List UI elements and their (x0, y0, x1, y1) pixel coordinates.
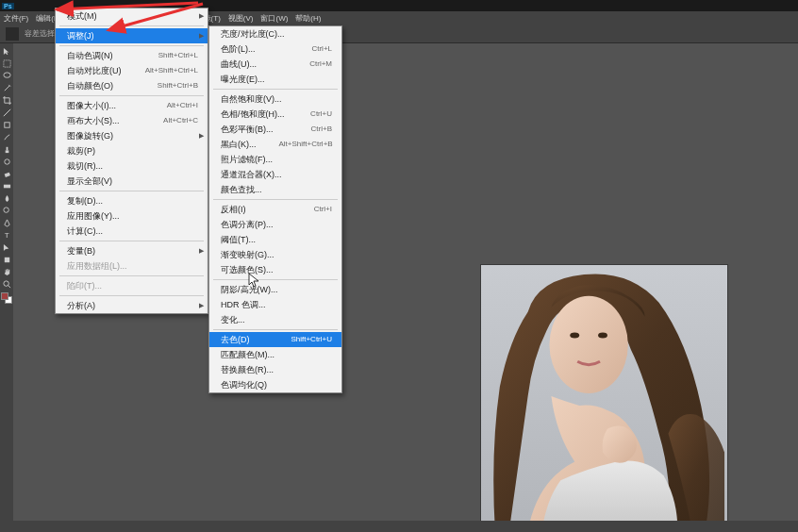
menuitem-复制(D)...[interactable]: 复制(D)... (56, 193, 208, 208)
menuitem-自动颜色(O)[interactable]: 自动颜色(O)Shift+Ctrl+B (56, 78, 208, 93)
adjustments-submenu-dropdown[interactable]: 亮度/对比度(C)...色阶(L)...Ctrl+L曲线(U)...Ctrl+M… (208, 25, 342, 393)
menuitem-色调均化(Q)[interactable]: 色调均化(Q) (209, 377, 341, 392)
separator (59, 241, 204, 241)
color-swatch[interactable] (1, 292, 12, 304)
menuitem-分析(A)[interactable]: 分析(A) (56, 298, 208, 313)
menuitem-变化...[interactable]: 变化... (209, 312, 341, 327)
menuitem-应用数据组(L)...: 应用数据组(L)... (56, 258, 208, 274)
separator (213, 329, 338, 330)
zoom-tool-icon[interactable] (1, 278, 12, 290)
heal-tool-icon[interactable] (1, 119, 12, 130)
menu-窗口(W)[interactable]: 窗口(W) (257, 12, 291, 25)
svg-rect-6 (4, 172, 9, 176)
wand-tool-icon[interactable] (1, 82, 12, 93)
separator (59, 95, 204, 96)
menuitem-图像旋转(G)[interactable]: 图像旋转(G) (56, 128, 208, 143)
separator (59, 191, 204, 191)
menuitem-可选颜色(S)...[interactable]: 可选颜色(S)... (209, 262, 341, 277)
menuitem-反相(I)[interactable]: 反相(I)Ctrl+I (209, 202, 341, 217)
separator (213, 199, 338, 200)
svg-point-8 (3, 207, 8, 211)
separator (59, 295, 204, 296)
svg-line-12 (8, 285, 10, 288)
menuitem-曝光度(E)...[interactable]: 曝光度(E)... (209, 72, 341, 87)
svg-rect-2 (4, 122, 8, 126)
document-image[interactable] (480, 264, 728, 532)
dodge-tool-icon[interactable] (1, 205, 12, 216)
menuitem-曲线(U)...[interactable]: 曲线(U)...Ctrl+M (209, 57, 341, 72)
menu-帮助(H)[interactable]: 帮助(H) (291, 12, 324, 25)
brush-tool-icon[interactable] (1, 131, 12, 142)
lasso-tool-icon[interactable] (1, 70, 12, 81)
shape-tool-icon[interactable] (1, 254, 12, 265)
menuitem-色彩平衡(B)...[interactable]: 色彩平衡(B)...Ctrl+B (209, 122, 341, 137)
menuitem-匹配颜色(M)...[interactable]: 匹配颜色(M)... (209, 347, 341, 362)
menuitem-模式(M)[interactable]: 模式(M) (56, 8, 208, 24)
menuitem-亮度/对比度(C)...[interactable]: 亮度/对比度(C)... (209, 26, 341, 42)
menuitem-图像大小(I)...[interactable]: 图像大小(I)...Alt+Ctrl+I (56, 98, 208, 113)
move-tool-icon[interactable] (1, 45, 12, 57)
menuitem-渐变映射(G)...[interactable]: 渐变映射(G)... (209, 247, 341, 262)
svg-rect-0 (3, 59, 9, 66)
portrait-image-icon (481, 265, 727, 531)
blur-tool-icon[interactable] (1, 192, 12, 204)
menuitem-调整(J)[interactable]: 调整(J) (56, 28, 208, 43)
menuitem-裁切(R)...[interactable]: 裁切(R)... (56, 158, 208, 174)
path-tool-icon[interactable] (1, 241, 12, 253)
menuitem-色阶(L)...[interactable]: 色阶(L)...Ctrl+L (209, 42, 341, 57)
marquee-tool-icon[interactable] (1, 58, 12, 69)
separator (213, 279, 338, 280)
history-brush-tool-icon[interactable] (1, 156, 12, 167)
menuitem-裁剪(P)[interactable]: 裁剪(P) (56, 143, 208, 158)
menuitem-应用图像(Y)...[interactable]: 应用图像(Y)... (56, 208, 208, 224)
menuitem-显示全部(V)[interactable]: 显示全部(V) (56, 174, 208, 189)
menuitem-计算(C)...[interactable]: 计算(C)... (56, 224, 208, 239)
svg-point-15 (570, 333, 579, 339)
menuitem-去色(D)[interactable]: 去色(D)Shift+Ctrl+U (209, 332, 341, 347)
menuitem-替换颜色(R)...[interactable]: 替换颜色(R)... (209, 362, 341, 377)
stamp-tool-icon[interactable] (1, 143, 12, 155)
separator (213, 89, 338, 90)
gradient-tool-icon[interactable] (1, 180, 12, 191)
separator (59, 25, 204, 26)
menuitem-阈值(T)...[interactable]: 阈值(T)... (209, 232, 341, 247)
svg-point-16 (598, 333, 607, 339)
menu-文件(F)[interactable]: 文件(F) (0, 12, 32, 25)
menuitem-阴影/高光(W)...[interactable]: 阴影/高光(W)... (209, 282, 341, 297)
svg-point-1 (3, 72, 9, 76)
menuitem-色相/饱和度(H)...[interactable]: 色相/饱和度(H)...Ctrl+U (209, 107, 341, 122)
menuitem-陷印(T)...: 陷印(T)... (56, 278, 208, 293)
svg-point-5 (4, 158, 8, 163)
hand-tool-icon[interactable] (1, 266, 12, 277)
separator (59, 275, 204, 276)
separator (59, 45, 204, 46)
menuitem-通道混合器(X)...[interactable]: 通道混合器(X)... (209, 167, 341, 182)
eyedropper-tool-icon[interactable] (1, 107, 12, 118)
pen-tool-icon[interactable] (1, 217, 12, 228)
svg-rect-7 (3, 184, 9, 188)
tools-toolbar[interactable]: T (0, 43, 13, 524)
menuitem-黑白(K)...[interactable]: 黑白(K)...Alt+Shift+Ctrl+B (209, 137, 341, 152)
menuitem-HDR 色调...[interactable]: HDR 色调... (209, 297, 341, 312)
menuitem-画布大小(S)...[interactable]: 画布大小(S)...Alt+Ctrl+C (56, 113, 208, 128)
app-logo: Ps (2, 3, 14, 9)
menuitem-颜色查找...[interactable]: 颜色查找... (209, 182, 341, 197)
menuitem-自然饱和度(V)...[interactable]: 自然饱和度(V)... (209, 91, 341, 107)
image-menu-dropdown[interactable]: 模式(M)调整(J)自动色调(N)Shift+Ctrl+L自动对比度(U)Alt… (55, 8, 208, 314)
eraser-tool-icon[interactable] (1, 168, 12, 179)
type-tool-icon[interactable]: T (1, 229, 12, 241)
svg-rect-10 (4, 257, 8, 261)
status-bar (0, 521, 798, 532)
menuitem-照片滤镜(F)...[interactable]: 照片滤镜(F)... (209, 152, 341, 167)
menuitem-色调分离(P)...[interactable]: 色调分离(P)... (209, 217, 341, 232)
menu-视图(V)[interactable]: 视图(V) (224, 12, 258, 25)
svg-rect-3 (5, 150, 8, 153)
active-tool-icon (6, 27, 19, 41)
menuitem-自动对比度(U)[interactable]: 自动对比度(U)Alt+Shift+Ctrl+L (56, 63, 208, 78)
svg-text:T: T (4, 231, 8, 240)
menuitem-自动色调(N)[interactable]: 自动色调(N)Shift+Ctrl+L (56, 48, 208, 63)
svg-point-14 (549, 296, 627, 393)
crop-tool-icon[interactable] (1, 94, 12, 106)
svg-rect-4 (6, 146, 8, 150)
menuitem-变量(B)[interactable]: 变量(B) (56, 243, 208, 258)
